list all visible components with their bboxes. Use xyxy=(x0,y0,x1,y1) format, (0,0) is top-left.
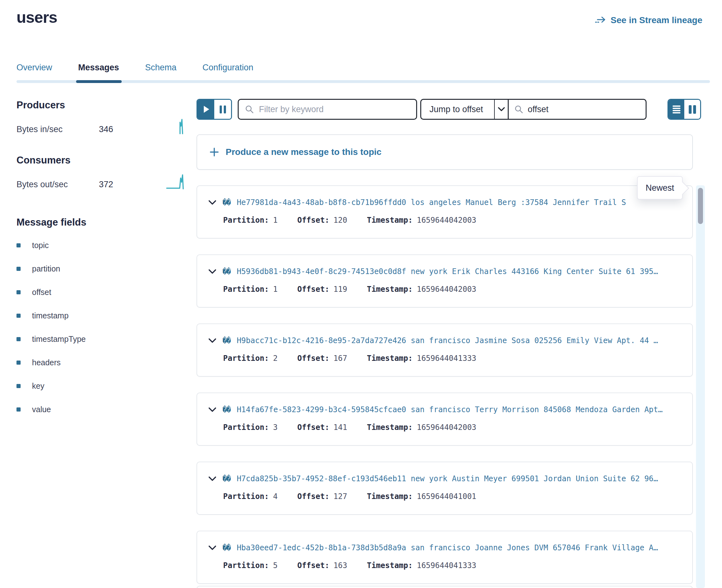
timestamp-label: Timestamp: xyxy=(367,216,413,225)
column-view-icon xyxy=(689,105,696,114)
message-row[interactable]: �� H5936db81-b943-4e0f-8c29-74513e0c0d8f… xyxy=(197,254,693,308)
scrollbar-track[interactable] xyxy=(696,185,705,588)
view-mode-toggle xyxy=(667,99,701,120)
chevron-down-icon[interactable] xyxy=(209,407,216,412)
field-item-topic[interactable]: topic xyxy=(17,241,188,250)
binary-key-glyph: �� xyxy=(223,198,230,207)
field-label: timestampType xyxy=(32,335,86,344)
chevron-down-icon[interactable] xyxy=(209,477,216,481)
binary-key-glyph: �� xyxy=(223,474,230,483)
chevron-down-icon[interactable] xyxy=(209,546,216,550)
topic-stats-sidebar: Producers Bytes in/sec 346 Consumers Byt… xyxy=(17,100,188,428)
message-meta: Partition:4 Offset:127 Timestamp:1659644… xyxy=(223,492,683,501)
message-fields-list: topic partition offset timestamp timesta… xyxy=(17,241,188,414)
list-view-button[interactable] xyxy=(668,100,684,119)
offset-label: Offset: xyxy=(297,423,329,432)
offset-search-input[interactable] xyxy=(528,105,640,114)
stream-lineage-link[interactable]: See in Stream lineage xyxy=(595,15,702,25)
message-row-partial xyxy=(197,586,693,588)
message-row[interactable]: �� He77981da-4a43-48ab-b8f8-cb71b96ffdd0… xyxy=(197,185,693,238)
chevron-down-icon[interactable] xyxy=(209,269,216,274)
chevron-down-icon[interactable] xyxy=(209,200,216,205)
page-title: users xyxy=(17,8,57,27)
partition-value: 3 xyxy=(273,423,277,432)
pause-button[interactable] xyxy=(214,100,231,119)
bytes-in-sparkline xyxy=(165,119,188,134)
binary-key-glyph: �� xyxy=(223,405,230,414)
square-bullet-icon xyxy=(17,384,21,388)
partition-label: Partition: xyxy=(223,216,269,225)
partition-value: 1 xyxy=(273,285,277,294)
message-key: He77981da-4a43-48ab-b8f8-cb71b96ffdd0 lo… xyxy=(237,198,626,207)
message-key: H14fa67fe-5823-4299-b3c4-595845cfcae0 sa… xyxy=(237,405,663,414)
partition-value: 4 xyxy=(273,492,277,501)
message-key: H7cda825b-35b7-4952-88ef-c193d546eb11 ne… xyxy=(237,474,658,483)
jump-to-offset-value: Jump to offset xyxy=(430,105,483,114)
play-pause-group xyxy=(197,99,232,120)
select-chevron-cell[interactable] xyxy=(494,100,508,119)
play-icon xyxy=(204,106,209,113)
search-icon xyxy=(514,105,523,114)
tab-configuration[interactable]: Configuration xyxy=(203,63,253,78)
offset-value: 167 xyxy=(333,354,347,363)
binary-key-glyph: �� xyxy=(223,543,230,552)
message-meta: Partition:2 Offset:167 Timestamp:1659644… xyxy=(223,354,683,363)
bytes-out-value: 372 xyxy=(99,180,113,189)
message-meta: Partition:3 Offset:141 Timestamp:1659644… xyxy=(223,423,683,432)
offset-value: 141 xyxy=(333,423,347,432)
chevron-down-icon[interactable] xyxy=(209,338,216,343)
bytes-out-metric: Bytes out/sec 372 xyxy=(17,175,188,193)
partition-value: 2 xyxy=(273,354,277,363)
partition-label: Partition: xyxy=(223,492,269,501)
messages-toolbar: Jump to offset xyxy=(197,99,693,120)
partition-value: 1 xyxy=(273,216,277,225)
message-row[interactable]: �� H7cda825b-35b7-4952-88ef-c193d546eb11… xyxy=(197,462,693,515)
plus-icon xyxy=(209,147,219,157)
message-key: Hba30eed7-1edc-452b-8b1a-738d3b5d8a9a sa… xyxy=(237,543,658,552)
square-bullet-icon xyxy=(17,360,21,365)
offset-search-field[interactable] xyxy=(508,100,646,119)
play-button[interactable] xyxy=(198,100,214,119)
offset-value: 119 xyxy=(333,285,347,294)
jump-to-offset-select[interactable]: Jump to offset xyxy=(421,100,494,119)
bytes-in-value: 346 xyxy=(99,125,113,134)
bytes-out-sparkline xyxy=(165,174,188,189)
tab-overview[interactable]: Overview xyxy=(17,63,52,78)
offset-label: Offset: xyxy=(297,492,329,501)
stream-lineage-label: See in Stream lineage xyxy=(611,15,702,25)
offset-label: Offset: xyxy=(297,285,329,294)
keyword-filter-field[interactable] xyxy=(238,99,417,120)
timestamp-value: 1659644041333 xyxy=(417,354,476,363)
offset-value: 120 xyxy=(333,216,347,225)
square-bullet-icon xyxy=(17,267,21,271)
message-row[interactable]: �� Hba30eed7-1edc-452b-8b1a-738d3b5d8a9a… xyxy=(197,531,693,584)
partition-label: Partition: xyxy=(223,285,269,294)
field-item-value[interactable]: value xyxy=(17,405,188,414)
offset-label: Offset: xyxy=(297,354,329,363)
newest-tooltip-label: Newest xyxy=(646,183,674,193)
field-item-key[interactable]: key xyxy=(17,381,188,391)
field-item-offset[interactable]: offset xyxy=(17,288,188,297)
column-view-button[interactable] xyxy=(684,100,700,119)
produce-message-button[interactable]: Produce a new message to this topic xyxy=(197,134,693,170)
tab-schema[interactable]: Schema xyxy=(145,63,177,78)
offset-value: 127 xyxy=(333,492,347,501)
field-item-timestamp[interactable]: timestamp xyxy=(17,311,188,320)
offset-label: Offset: xyxy=(297,561,329,570)
field-item-headers[interactable]: headers xyxy=(17,358,188,367)
tab-messages[interactable]: Messages xyxy=(78,63,119,78)
field-item-timestampType[interactable]: timestampType xyxy=(17,335,188,344)
message-row[interactable]: �� H14fa67fe-5823-4299-b3c4-595845cfcae0… xyxy=(197,393,693,446)
jump-to-offset-group: Jump to offset xyxy=(420,99,646,120)
scrollbar-thumb[interactable] xyxy=(698,188,703,224)
field-label: timestamp xyxy=(32,311,68,320)
square-bullet-icon xyxy=(17,314,21,318)
keyword-filter-input[interactable] xyxy=(259,105,410,114)
message-row[interactable]: �� H9bacc71c-b12c-4216-8e95-2a7da727e426… xyxy=(197,323,693,377)
binary-key-glyph: �� xyxy=(223,267,230,276)
timestamp-value: 1659644042003 xyxy=(417,216,476,225)
field-item-partition[interactable]: partition xyxy=(17,264,188,273)
field-label: partition xyxy=(32,264,60,273)
message-key: H9bacc71c-b12c-4216-8e95-2a7da727e426 sa… xyxy=(237,336,658,345)
timestamp-label: Timestamp: xyxy=(367,285,413,294)
